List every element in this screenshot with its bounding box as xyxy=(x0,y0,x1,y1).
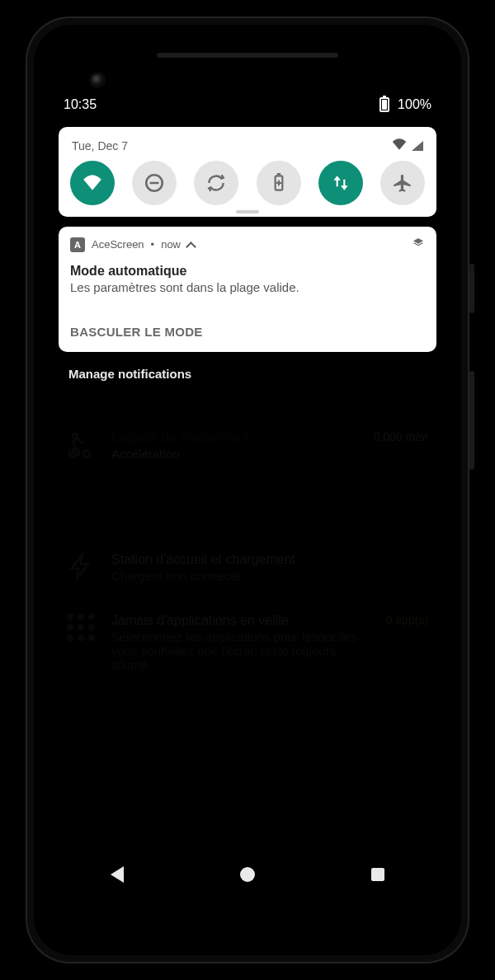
background-app: Rouleau latéral 0,0 Capteur de mouvement… xyxy=(52,386,443,898)
navigation-bar xyxy=(52,851,443,898)
quick-settings-panel: Tue, Dec 7 xyxy=(59,127,436,217)
status-time: 10:35 xyxy=(64,97,97,112)
device-side-button xyxy=(469,371,474,470)
notification-card[interactable]: A AceScreen • now Mode automatique Les p… xyxy=(59,227,436,352)
notification-action-button[interactable]: BASCULER LE MODE xyxy=(70,312,425,352)
notification-sep: • xyxy=(151,238,155,251)
qs-tile-dnd[interactable] xyxy=(132,161,177,205)
qs-tile-airplane[interactable] xyxy=(380,161,425,205)
device-side-button xyxy=(469,264,474,313)
nav-home-button[interactable] xyxy=(240,867,255,882)
nav-back-button[interactable] xyxy=(111,866,124,883)
wifi-signal-icon xyxy=(392,138,407,152)
battery-percent: 100% xyxy=(398,97,431,112)
notification-body: Les paramètres sont dans la plage valide… xyxy=(70,280,425,294)
battery-icon xyxy=(380,97,389,112)
screen: 10:35 100% Rouleau latéral 0,0 xyxy=(52,89,443,898)
notification-group-icon[interactable] xyxy=(412,237,425,252)
notification-app-name: AceScreen xyxy=(92,238,144,251)
notification-title: Mode automatique xyxy=(70,264,425,279)
qs-tile-battery-saver[interactable] xyxy=(257,161,301,205)
notification-time: now xyxy=(161,238,181,251)
nav-recents-button[interactable] xyxy=(371,868,384,881)
cell-signal-icon xyxy=(412,141,423,151)
device-front-camera xyxy=(92,74,103,86)
qs-tile-mobile-data[interactable] xyxy=(318,161,363,205)
scrim-overlay[interactable] xyxy=(52,386,443,898)
qs-date: Tue, Dec 7 xyxy=(72,139,128,152)
qs-tile-autorotate[interactable] xyxy=(194,161,238,205)
qs-tile-wifi[interactable] xyxy=(70,161,115,205)
device-frame: 10:35 100% Rouleau latéral 0,0 xyxy=(26,16,469,964)
manage-notifications-link[interactable]: Manage notifications xyxy=(52,352,443,389)
qs-expand-handle[interactable] xyxy=(236,210,259,213)
chevron-up-icon[interactable] xyxy=(187,241,196,249)
device-earpiece xyxy=(157,53,338,58)
notification-app-icon: A xyxy=(70,237,85,252)
status-bar: 10:35 100% xyxy=(52,89,443,120)
